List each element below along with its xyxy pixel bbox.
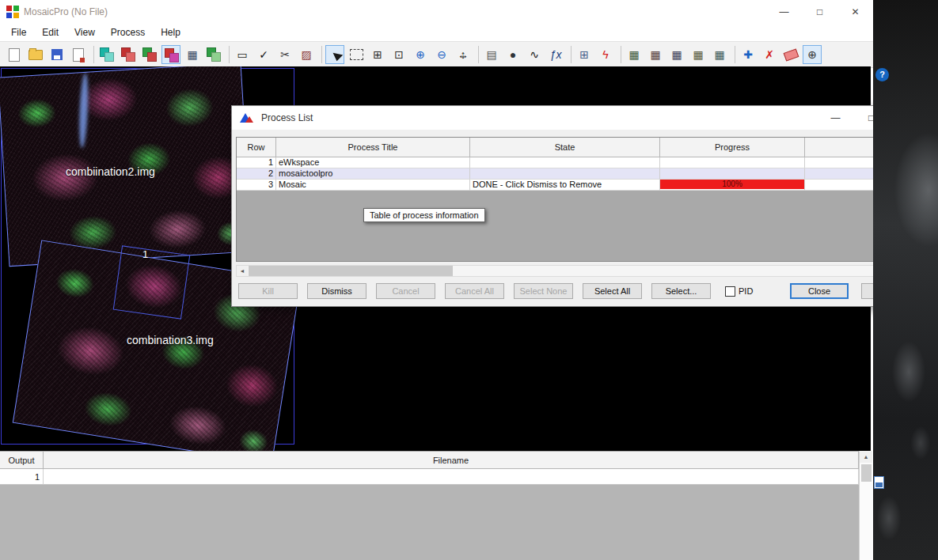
output-panel-empty [0,485,859,560]
globe-icon[interactable]: ● [503,45,522,64]
accept-tool-icon[interactable]: ✓ [254,45,273,64]
maximize-icon[interactable]: □ [802,0,837,24]
dialog-horizontal-scrollbar[interactable]: ◄ ► [236,265,907,277]
table-tool-4-icon[interactable]: ▦ [689,45,708,64]
mosaic-intersection-icon[interactable] [161,45,180,64]
dismiss-button[interactable]: Dismiss [307,283,366,299]
close-button[interactable]: Close [790,283,849,299]
select-none-button[interactable]: Select None [514,283,573,299]
desktop-mini-icon[interactable] [874,476,884,489]
help-badge[interactable]: ? [875,68,889,81]
menu-view[interactable]: View [66,25,103,40]
column-header-row[interactable]: Row [237,138,276,157]
output-row-number: 1 [0,469,44,485]
cell-prog [660,168,805,180]
column-header-state[interactable]: State [470,138,660,157]
image1-label: combiination2.img [66,165,155,178]
overlap-outline [113,245,191,319]
add-area-icon[interactable]: ✚ [739,45,758,64]
delete-area-icon[interactable]: ✗ [760,45,779,64]
mosaic-output-icon[interactable] [204,45,223,64]
mosaic-color-correction-icon[interactable] [140,45,159,64]
mosaic-display-red-icon[interactable] [119,45,138,64]
run-mosaic-icon[interactable]: ϟ [596,45,615,64]
select-area-icon[interactable] [347,45,366,64]
menu-process[interactable]: Process [103,25,153,40]
mosaic-display-teal-icon[interactable] [97,45,116,64]
print-layout-icon[interactable] [69,45,88,64]
table-tool-1-icon[interactable]: ▦ [625,45,644,64]
toolbar-separator [478,46,479,63]
column-header-progress[interactable]: Progress [660,138,805,157]
desktop-wallpaper: ? [873,0,938,560]
zoom-selection-icon[interactable]: ⊡ [389,45,408,64]
cell-state [470,157,660,168]
zoom-out-icon[interactable]: ⊖ [432,45,451,64]
output-scrollbar[interactable]: ▲ [859,451,872,560]
image2-label: combination3.img [127,334,214,346]
scroll-up-icon[interactable]: ▲ [860,451,872,463]
scrollbar-thumb[interactable] [249,266,453,276]
process-row-2[interactable]: 2mosaictoolpro [237,168,906,180]
zoom-in-icon[interactable]: ⊕ [411,45,430,64]
process-row-1[interactable]: 1eWkspace [237,157,906,168]
close-icon[interactable]: ✕ [837,0,873,24]
minimize-icon[interactable]: — [766,0,802,24]
menu-file[interactable]: File [3,25,34,40]
table-tool-2-icon[interactable]: ▦ [646,45,665,64]
process-list-dialog: Process List — □ ✕ RowProcess TitleState… [231,105,925,307]
dialog-minimize-icon[interactable]: — [818,106,853,130]
action-buttons: KillDismissCancelCancel AllSelect NoneSe… [238,283,720,299]
pid-label: PID [739,286,753,296]
grid-table-icon[interactable]: ⊞ [575,45,594,64]
cell-title: mosaictoolpro [276,168,470,180]
open-file-icon[interactable] [26,45,45,64]
toolbar-separator [229,46,230,63]
pan-icon[interactable]: ↔↕ [454,45,473,64]
output-row-filename [44,469,859,485]
new-file-icon[interactable] [5,45,24,64]
select-button[interactable]: Select... [651,283,711,299]
table-tool-3-icon[interactable]: ▦ [667,45,686,64]
cancel-all-button[interactable]: Cancel All [445,283,504,299]
exclude-area-icon[interactable]: ▨ [297,45,316,64]
output-column-header: Output [0,452,44,469]
process-table-rows: 1eWkspace2mosaictoolpro3MosaicDONE - Cli… [237,157,906,191]
menu-edit[interactable]: Edit [34,25,66,40]
titlebar: MosaicPro (No File) — □ ✕ [0,0,873,24]
toolbar-separator [321,46,322,63]
cancel-button[interactable]: Cancel [376,283,435,299]
layer-stack-icon[interactable]: ▤ [482,45,501,64]
process-list-icon [240,112,254,124]
cell-num: 1 [237,157,276,168]
formula-icon[interactable]: ƒx [546,45,565,64]
menubar: FileEditViewProcessHelp [0,24,873,41]
profile-chart-icon[interactable]: ∿ [525,45,544,64]
toolbar-separator [621,46,621,63]
window-title: MosaicPro (No File) [24,6,108,17]
output-row[interactable]: 1 [0,469,859,485]
save-icon[interactable] [47,45,66,64]
process-table-header: RowProcess TitleStateProgress [237,138,906,157]
cutline-tool-icon[interactable]: ✂ [275,45,294,64]
inspect-icon[interactable]: ⊕ [803,45,822,64]
table-tool-5-icon[interactable]: ▦ [710,45,729,64]
cell-state [470,168,660,180]
zoom-extent-icon[interactable]: ⊞ [368,45,387,64]
kill-button[interactable]: Kill [238,283,298,299]
pointer-tool-icon[interactable] [325,45,344,64]
menu-help[interactable]: Help [153,25,188,40]
scrollbar-thumb[interactable] [861,464,872,482]
pid-checkbox[interactable] [725,286,735,297]
select-all-button[interactable]: Select All [583,283,642,299]
cell-title: Mosaic [276,180,470,191]
toolbar: ▦▭✓✂▨⊞⊡⊕⊖↔↕▤●∿ƒx⊞ϟ▦▦▦▦▦✚✗⊕ [0,41,873,68]
window-controls: — □ ✕ [766,0,873,24]
scroll-left-icon[interactable]: ◄ [237,266,248,276]
process-row-3[interactable]: 3MosaicDONE - Click Dismiss to Remove100… [237,180,906,191]
eraser-icon[interactable] [781,45,800,64]
pid-group: PID [725,286,753,297]
draw-rectangle-icon[interactable]: ▭ [233,45,252,64]
column-header-process-title[interactable]: Process Title [276,138,470,157]
cellarray-icon[interactable]: ▦ [183,45,202,64]
